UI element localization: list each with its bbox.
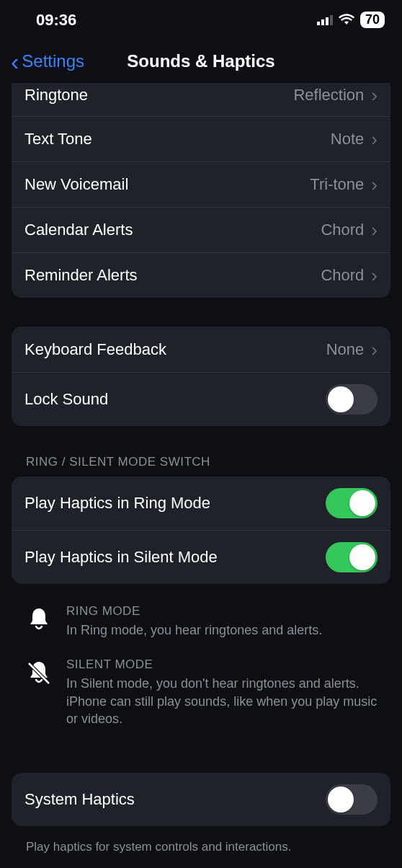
status-bar: 09:36 70 — [0, 0, 402, 40]
row-system-haptics: System Haptics — [12, 773, 390, 826]
system-haptics-group: System Haptics — [12, 773, 390, 826]
row-text-tone[interactable]: Text Tone Note › — [12, 116, 390, 161]
haptics-ring-toggle[interactable] — [326, 488, 378, 518]
svg-rect-3 — [330, 15, 333, 25]
row-label: Lock Sound — [24, 390, 108, 409]
section-footer-system-haptics: Play haptics for system controls and int… — [12, 832, 390, 856]
haptics-silent-toggle[interactable] — [326, 542, 378, 572]
lock-sound-toggle[interactable] — [326, 384, 378, 415]
row-value: Note — [331, 130, 364, 149]
info-desc: In Silent mode, you don't hear ringtones… — [66, 675, 378, 727]
navigation-bar: ‹ Settings Sounds & Haptics — [0, 40, 402, 83]
system-haptics-toggle[interactable] — [326, 784, 378, 815]
row-label: Text Tone — [24, 130, 92, 149]
info-desc: In Ring mode, you hear ringtones and ale… — [66, 621, 378, 639]
chevron-right-icon: › — [371, 86, 378, 105]
row-label: System Haptics — [24, 790, 135, 809]
row-label: Ringtone — [24, 86, 88, 105]
info-title: RING MODE — [66, 604, 378, 619]
row-value: Tri-tone — [310, 175, 364, 194]
svg-rect-0 — [317, 22, 320, 25]
chevron-right-icon: › — [371, 175, 378, 194]
haptics-group: Play Haptics in Ring Mode Play Haptics i… — [12, 477, 390, 584]
bell-slash-icon — [24, 657, 53, 727]
row-keyboard-feedback[interactable]: Keyboard Feedback None › — [12, 327, 390, 372]
row-label: Play Haptics in Silent Mode — [24, 548, 218, 567]
wifi-icon — [339, 11, 354, 30]
row-label: Calendar Alerts — [24, 221, 133, 239]
row-calendar-alerts[interactable]: Calendar Alerts Chord › — [12, 207, 390, 252]
status-time: 09:36 — [36, 11, 76, 30]
svg-rect-2 — [326, 17, 329, 25]
chevron-right-icon: › — [371, 221, 378, 239]
row-value: Chord — [321, 266, 364, 285]
info-title: SILENT MODE — [66, 657, 378, 672]
row-new-voicemail[interactable]: New Voicemail Tri-tone › — [12, 161, 390, 207]
row-label: Reminder Alerts — [24, 266, 138, 285]
chevron-right-icon: › — [371, 340, 378, 359]
row-value: Chord — [321, 221, 364, 239]
back-label: Settings — [22, 51, 84, 71]
bell-icon — [24, 604, 53, 639]
row-value: Reflection — [293, 86, 364, 105]
chevron-right-icon: › — [371, 266, 378, 285]
status-right: 70 — [317, 11, 385, 30]
svg-rect-1 — [321, 19, 324, 25]
row-label: Keyboard Feedback — [24, 340, 166, 359]
row-label: Play Haptics in Ring Mode — [24, 494, 210, 513]
sound-tones-group: Ringtone Reflection › Text Tone Note › N… — [12, 83, 390, 298]
info-silent-mode: SILENT MODE In Silent mode, you don't he… — [12, 652, 390, 740]
row-label: New Voicemail — [24, 175, 128, 194]
chevron-left-icon: ‹ — [11, 49, 19, 74]
row-ringtone[interactable]: Ringtone Reflection › — [12, 83, 390, 116]
row-reminder-alerts[interactable]: Reminder Alerts Chord › — [12, 252, 390, 298]
keyboard-lock-group: Keyboard Feedback None › Lock Sound — [12, 327, 390, 426]
cellular-icon — [317, 11, 333, 30]
section-header-ring-silent: RING / SILENT MODE SWITCH — [12, 455, 390, 477]
row-haptics-ring: Play Haptics in Ring Mode — [12, 477, 390, 530]
row-value: None — [326, 340, 365, 359]
chevron-right-icon: › — [371, 130, 378, 149]
info-ring-mode: RING MODE In Ring mode, you hear rington… — [12, 598, 390, 652]
row-lock-sound: Lock Sound — [12, 372, 390, 426]
back-button[interactable]: ‹ Settings — [11, 49, 84, 74]
row-haptics-silent: Play Haptics in Silent Mode — [12, 530, 390, 584]
battery-indicator: 70 — [360, 12, 385, 28]
